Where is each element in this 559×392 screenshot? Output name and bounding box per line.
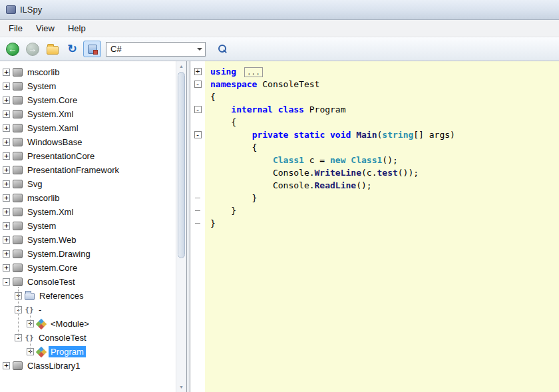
- back-button[interactable]: [3, 41, 21, 57]
- tree-connector-line: [18, 337, 22, 338]
- tree-item[interactable]: +Program: [0, 345, 176, 359]
- tree-scrollbar[interactable]: ▲ ▼: [176, 61, 186, 392]
- assembly-icon: [13, 82, 23, 91]
- class-icon: [37, 319, 46, 329]
- tree-item[interactable]: -{}ConsoleTest: [0, 331, 176, 345]
- tree-item[interactable]: +System.Web: [0, 233, 176, 247]
- menu-bar: File View Help: [0, 20, 559, 37]
- open-assembly-button[interactable]: [43, 41, 61, 57]
- assembly-icon: [13, 250, 23, 258]
- assembly-icon: [13, 68, 23, 77]
- fold-collapse-icon[interactable]: -: [190, 131, 205, 138]
- tree-connector-line: [30, 351, 34, 352]
- tree-item[interactable]: +System.Drawing: [0, 247, 176, 261]
- expand-icon[interactable]: +: [3, 236, 10, 244]
- tree-item-label: ConsoleTest: [25, 276, 77, 288]
- fold-expand-icon[interactable]: +: [190, 68, 205, 75]
- tree-item[interactable]: +WindowsBase: [0, 135, 176, 149]
- toggle-icon: [88, 45, 97, 54]
- assembly-icon: [13, 222, 23, 230]
- tree-connector-line: [18, 295, 22, 296]
- refresh-button[interactable]: [63, 41, 81, 57]
- scroll-up-icon[interactable]: ▲: [176, 61, 186, 71]
- expand-icon[interactable]: +: [3, 194, 10, 202]
- code-line: - private static void Main(string[] args…: [190, 128, 559, 141]
- title-bar: ILSpy: [0, 0, 559, 20]
- expand-icon[interactable]: +: [3, 97, 10, 104]
- tree-item-label: -: [37, 304, 43, 315]
- expand-icon[interactable]: +: [3, 69, 10, 76]
- expand-icon[interactable]: +: [3, 264, 10, 272]
- tree-item-label: ClassLibrary1: [25, 360, 82, 371]
- tree-item[interactable]: +<Module>: [0, 317, 176, 331]
- code-text: }: [205, 193, 257, 203]
- menu-file[interactable]: File: [2, 20, 29, 37]
- expand-icon[interactable]: +: [3, 124, 10, 132]
- expand-icon[interactable]: +: [3, 110, 10, 118]
- class-icon: [37, 347, 46, 357]
- tree-item[interactable]: +References: [0, 289, 176, 303]
- menu-help[interactable]: Help: [61, 20, 93, 37]
- assembly-icon: [13, 194, 23, 202]
- assembly-icon: [13, 96, 23, 104]
- tree-item[interactable]: +System.Xml: [0, 205, 176, 219]
- assembly-icon: [13, 180, 23, 188]
- code-lines: +using ...-namespace ConsoleTest{- inter…: [190, 65, 559, 230]
- tree-item[interactable]: +System.Xaml: [0, 121, 176, 135]
- code-line: -namespace ConsoleTest: [190, 78, 559, 91]
- tree-item-label: System.Web: [25, 234, 78, 246]
- expand-icon[interactable]: +: [3, 83, 10, 90]
- expand-icon[interactable]: +: [3, 166, 10, 174]
- menu-view[interactable]: View: [29, 20, 61, 37]
- expand-icon[interactable]: +: [3, 250, 10, 258]
- tree-item[interactable]: -ConsoleTest: [0, 275, 176, 289]
- tree-item[interactable]: +ClassLibrary1: [0, 359, 176, 373]
- tree-item[interactable]: +PresentationCore: [0, 149, 176, 163]
- tree-item-label: System: [25, 81, 58, 92]
- tree-item-label: PresentationFramework: [25, 164, 121, 176]
- code-text: {: [205, 117, 236, 127]
- expand-icon[interactable]: +: [3, 222, 10, 230]
- toolbar-toggle-button[interactable]: [83, 41, 101, 57]
- assembly-icon: [13, 361, 23, 370]
- tree-item[interactable]: +System: [0, 79, 176, 93]
- tree-item[interactable]: +Svg: [0, 177, 176, 191]
- tree-item-label: System.Drawing: [25, 248, 93, 260]
- tree-item[interactable]: +System.Xml: [0, 107, 176, 121]
- fold-collapse-icon[interactable]: -: [190, 106, 205, 113]
- tree-item-label: PresentationCore: [25, 150, 96, 162]
- refresh-icon: [67, 42, 77, 56]
- fold-end-marker: [190, 223, 205, 224]
- assembly-icon: [13, 236, 23, 244]
- assembly-icon: [13, 152, 23, 160]
- code-text: Console.ReadLine();: [205, 180, 372, 190]
- tree-item[interactable]: -{}-: [0, 303, 176, 317]
- tree-item-label: References: [37, 290, 85, 301]
- expand-icon[interactable]: +: [3, 208, 10, 216]
- expand-icon[interactable]: +: [3, 362, 10, 369]
- assembly-icon: [13, 166, 23, 174]
- tree-scrollbar-thumb[interactable]: [178, 72, 185, 258]
- code-text: internal class Program: [205, 104, 346, 114]
- expand-icon[interactable]: +: [3, 138, 10, 146]
- search-button[interactable]: [214, 41, 232, 57]
- tree-item[interactable]: +System: [0, 219, 176, 233]
- code-text: using ...: [205, 67, 263, 77]
- chevron-down-icon[interactable]: [194, 43, 205, 56]
- language-select[interactable]: C#: [106, 42, 206, 57]
- code-line: }: [190, 217, 559, 230]
- fold-collapse-icon[interactable]: -: [190, 81, 205, 88]
- expand-icon[interactable]: +: [3, 180, 10, 188]
- tree-item[interactable]: +mscorlib: [0, 65, 176, 79]
- scroll-down-icon[interactable]: ▼: [176, 382, 186, 392]
- tree-item[interactable]: +System.Core: [0, 261, 176, 275]
- expand-icon[interactable]: +: [3, 152, 10, 160]
- tree-item[interactable]: +PresentationFramework: [0, 163, 176, 177]
- code-line: - internal class Program: [190, 103, 559, 116]
- collapse-icon[interactable]: -: [3, 278, 10, 286]
- code-line: }: [190, 192, 559, 204]
- tree-item[interactable]: +System.Core: [0, 93, 176, 107]
- assembly-tree: +mscorlib+System+System.Core+System.Xml+…: [0, 65, 176, 392]
- tree-item[interactable]: +mscorlib: [0, 191, 176, 205]
- tree-connector-line: [30, 315, 31, 323]
